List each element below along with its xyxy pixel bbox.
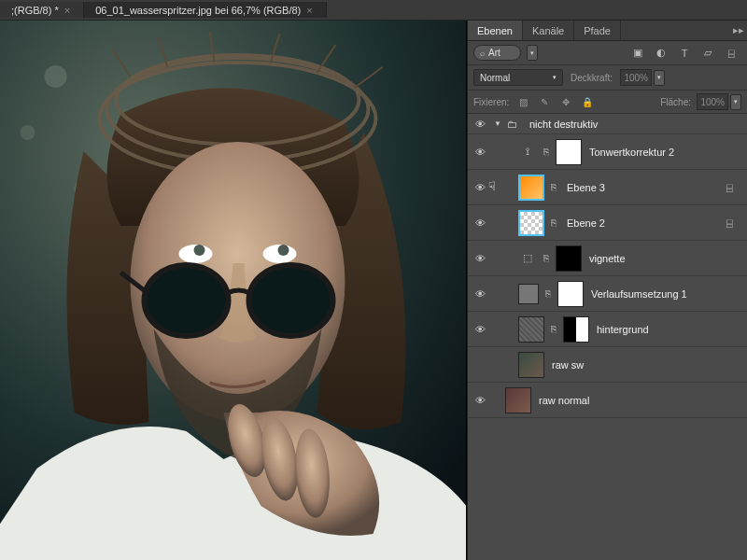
visibility-icon[interactable]: 👁 [472,324,488,335]
link-icon[interactable]: ⎘ [548,217,559,228]
tab-doc-2[interactable]: 06_01_wasserspritzer.jpg bei 66,7% (RGB/… [84,2,327,18]
layer-thumbnail[interactable] [518,210,544,236]
visibility-icon[interactable]: 👁 [472,217,488,229]
opacity-input[interactable] [620,69,652,86]
close-icon[interactable]: × [64,5,70,16]
layer-row-vignette[interactable]: 👁 ⬚ ⎘ vignette [468,241,747,276]
visibility-icon[interactable]: 👁 [472,288,488,300]
tab-kanaele[interactable]: Kanäle [523,21,574,40]
layer-name[interactable]: hintergrund [597,324,747,335]
layer-name[interactable]: Verlaufsumsetzung 1 [591,288,747,300]
adjustment-icon: ⬚ [518,249,537,268]
svg-point-18 [145,265,229,336]
layer-row-tonwert[interactable]: 👁 ⟟ ⎘ Tonwertkorrektur 2 [468,134,747,170]
close-icon[interactable]: × [306,5,312,16]
layer-name[interactable]: raw normal [539,395,747,406]
adjustment-icon [518,284,539,304]
layer-row-verlauf[interactable]: 👁 ⎘ Verlaufsumsetzung 1 [468,276,747,312]
blend-mode-select[interactable]: Normal▾ [473,69,563,86]
opacity-stepper[interactable]: ▾ [654,70,665,86]
smart-object-icon: ⌸ [726,182,741,193]
filter-type-icon[interactable]: T [678,47,691,60]
filter-adjust-icon[interactable]: ◐ [655,47,668,60]
visibility-icon[interactable]: 👁 [472,182,488,193]
lock-move-icon[interactable]: ✥ [559,95,572,108]
svg-point-19 [249,265,333,336]
layer-name[interactable]: vignette [589,253,747,264]
visibility-icon[interactable]: 👁 [472,395,488,406]
lock-paint-icon[interactable]: ✎ [538,95,551,108]
group-name[interactable]: nicht destruktiv [529,119,747,130]
filter-shape-icon[interactable]: ▱ [701,47,714,60]
svg-point-15 [194,245,205,256]
tab-doc-1[interactable]: ;(RGB/8) *× [0,2,84,18]
filter-smart-icon[interactable]: ⌸ [725,47,738,60]
mask-thumbnail[interactable] [557,281,584,307]
layer-row-rawsw[interactable]: raw sw [468,347,747,383]
document-tabs: ;(RGB/8) *× 06_01_wasserspritzer.jpg bei… [0,0,747,21]
tab-ebenen[interactable]: Ebenen [468,21,523,40]
visibility-icon[interactable]: 👁 [472,253,488,264]
link-icon[interactable]: ⎘ [548,182,559,192]
layer-group-row[interactable]: 👁 ▼ 🗀 nicht destruktiv [468,114,747,134]
layer-thumbnail[interactable] [518,175,544,201]
mask-thumbnail[interactable] [556,245,582,272]
hand-cursor-icon: ☟ [488,179,496,193]
search-input[interactable] [488,48,514,58]
folder-icon: 🗀 [507,119,522,130]
collapse-icon[interactable]: ▼ [492,119,503,128]
link-icon[interactable]: ⎘ [541,147,552,157]
panel-menu-icon[interactable]: ▸▸ [730,21,747,40]
canvas[interactable] [0,21,467,560]
layers-panel: Ebenen Kanäle Pfade ▸▸ ⌕ ▾ ▣ ◐ T ▱ ⌸ Nor… [467,21,747,560]
smart-object-icon: ⌸ [726,217,741,229]
link-icon[interactable]: ⎘ [543,288,554,299]
fill-label: Fläche: [660,97,691,107]
layer-row-ebene3[interactable]: 👁 ☟ ⎘ Ebene 3 ⌸ [468,170,747,205]
layer-name[interactable]: Tonwertkorrektur 2 [589,147,747,158]
filter-image-icon[interactable]: ▣ [631,47,644,60]
fill-stepper[interactable]: ▾ [730,94,741,110]
layer-thumbnail[interactable] [505,387,531,413]
layer-filter-search[interactable]: ⌕ [473,45,521,61]
lock-transparent-icon[interactable]: ▨ [516,95,529,108]
layer-name[interactable]: Ebene 2 [567,217,723,229]
svg-point-17 [278,245,289,256]
layer-name[interactable]: raw sw [552,359,747,371]
layer-row-ebene2[interactable]: 👁 ⎘ Ebene 2 ⌸ [468,205,747,241]
mask-thumbnail[interactable] [556,139,582,165]
filter-dropdown[interactable]: ▾ [527,45,538,61]
layer-name[interactable]: Ebene 3 [567,182,723,193]
link-icon[interactable]: ⎘ [548,324,559,334]
opacity-label: Deckkraft: [571,73,613,83]
svg-point-2 [21,125,35,140]
layer-row-rawnormal[interactable]: 👁 raw normal [468,383,747,418]
levels-icon: ⟟ [518,143,537,161]
visibility-icon[interactable]: 👁 [472,147,488,158]
fill-input[interactable] [697,93,728,110]
layer-thumbnail[interactable] [518,352,544,378]
layer-row-hintergrund[interactable]: 👁 ⎘ hintergrund [468,312,747,347]
search-icon: ⌕ [480,49,485,58]
link-icon[interactable]: ⎘ [541,253,552,263]
tab-pfade[interactable]: Pfade [574,21,621,40]
visibility-icon[interactable]: 👁 [472,119,488,130]
mask-thumbnail[interactable] [563,316,589,343]
svg-point-1 [45,65,67,88]
lock-all-icon[interactable]: 🔒 [581,95,594,108]
lock-label: Fixieren: [473,97,509,107]
layer-thumbnail[interactable] [518,316,544,343]
